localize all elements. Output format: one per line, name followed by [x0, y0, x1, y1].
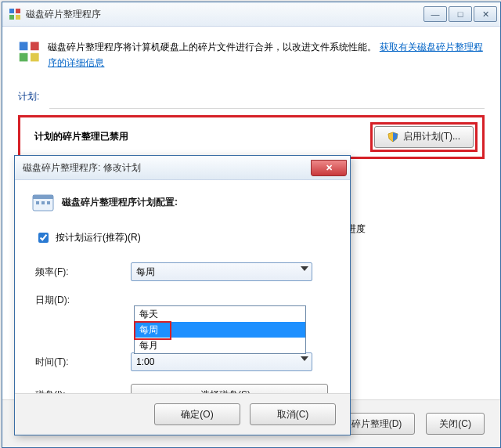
svg-rect-3: [16, 15, 20, 20]
dialog-close-button[interactable]: ✕: [311, 160, 347, 176]
svg-rect-9: [33, 195, 53, 199]
close-label: 关闭(C): [439, 417, 471, 431]
svg-rect-12: [47, 201, 50, 204]
intro-blurb: 磁盘碎片整理程序将计算机硬盘上的碎片文件进行合并，以改进文件系统性能。: [48, 42, 377, 52]
svg-rect-6: [20, 53, 28, 62]
modify-schedule-dialog: 磁盘碎片整理程序: 修改计划 ✕ 磁盘碎片整理程序计划配置: 按计划运行(推荐)…: [14, 155, 351, 435]
svg-rect-5: [31, 42, 39, 51]
maximize-button[interactable]: □: [449, 6, 472, 22]
close-window-button[interactable]: ✕: [474, 6, 497, 22]
svg-rect-1: [16, 9, 20, 13]
main-title: 磁盘碎片整理程序: [26, 8, 424, 21]
svg-rect-7: [31, 53, 39, 62]
minimize-button[interactable]: —: [424, 6, 447, 22]
svg-rect-0: [9, 9, 14, 13]
schedule-area-highlight: 计划的碎片整理已禁用 启用计划(T)...: [18, 115, 485, 159]
cancel-label: 取消(C): [277, 408, 309, 421]
svg-rect-11: [41, 201, 45, 204]
config-heading: 磁盘碎片整理程序计划配置:: [62, 196, 178, 209]
time-combobox[interactable]: 1:00: [131, 352, 312, 371]
ok-label: 确定(O): [181, 408, 213, 421]
date-label: 日期(D):: [35, 294, 131, 307]
dropdown-option-monthly[interactable]: 每月: [135, 338, 305, 353]
enable-button-highlight: 启用计划(T)...: [370, 122, 478, 152]
uac-shield-icon: [387, 132, 398, 143]
dropdown-option-daily[interactable]: 每天: [135, 306, 305, 322]
time-label: 时间(T):: [35, 356, 131, 369]
calendar-icon: [32, 193, 54, 211]
enable-schedule-button[interactable]: 启用计划(T)...: [374, 126, 474, 148]
chevron-down-icon: [301, 266, 308, 271]
run-on-schedule-checkbox[interactable]: [38, 233, 49, 243]
dialog-bottom-bar: 确定(O) 取消(C): [15, 393, 350, 435]
svg-rect-4: [20, 42, 28, 51]
frequency-label: 频率(F):: [35, 266, 131, 279]
intro-text: 磁盘碎片整理程序将计算机硬盘上的碎片文件进行合并，以改进文件系统性能。 获取有关…: [48, 39, 485, 71]
dropdown-option-weekly[interactable]: 每周: [135, 322, 305, 338]
frequency-combobox[interactable]: 每周: [131, 262, 312, 281]
ok-button[interactable]: 确定(O): [154, 403, 240, 425]
dialog-title: 磁盘碎片整理程序: 修改计划: [23, 161, 311, 175]
progress-column-label: 进度: [347, 222, 480, 236]
schedule-section-label: 计划:: [18, 90, 485, 103]
svg-rect-10: [36, 201, 39, 204]
time-value: 1:00: [136, 356, 154, 367]
frequency-dropdown: 每天 每周 每月: [134, 305, 306, 354]
cancel-button[interactable]: 取消(C): [250, 403, 336, 425]
svg-rect-2: [9, 15, 14, 20]
defrag-icon: [18, 39, 40, 64]
frequency-value: 每周: [136, 266, 155, 279]
chevron-down-icon: [301, 356, 308, 361]
schedule-disabled-text: 计划的碎片整理已禁用: [20, 130, 128, 143]
main-titlebar: 磁盘碎片整理程序 — □ ✕: [2, 2, 500, 27]
dialog-titlebar: 磁盘碎片整理程序: 修改计划 ✕: [15, 156, 350, 180]
close-button[interactable]: 关闭(C): [426, 413, 485, 435]
enable-schedule-label: 启用计划(T)...: [403, 130, 460, 143]
defrag-app-icon: [9, 8, 21, 20]
run-on-schedule-label: 按计划运行(推荐)(R): [56, 231, 141, 244]
